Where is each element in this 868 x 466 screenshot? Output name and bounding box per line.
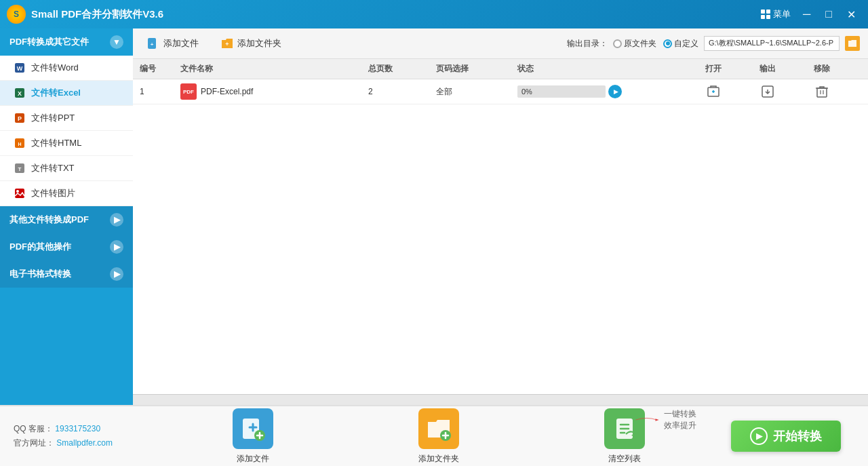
footer-add-folder-icon	[418, 408, 459, 449]
minimize-button[interactable]: ─	[797, 7, 816, 22]
expand-icon-pdf-ops: ▶	[110, 240, 123, 254]
footer-add-folder-label: 添加文件夹	[418, 453, 459, 465]
svg-text:W: W	[17, 65, 23, 72]
footer: QQ 客服： 1933175230 官方网址： Smallpdfer.com 添…	[0, 405, 868, 466]
expand-icon-pdf-to-other: ▼	[110, 35, 123, 49]
content-area: + 添加文件 + 添加文件夹 输出目录：	[133, 28, 868, 405]
col-header-output: 输出	[760, 63, 814, 75]
row-page-select: 全部	[436, 86, 517, 98]
sidebar-section-ebook: 电子书格式转换 ▶	[0, 260, 133, 288]
excel-icon: X	[14, 87, 26, 99]
progress-play-button[interactable]	[608, 85, 622, 98]
expand-icon-ebook: ▶	[110, 267, 123, 281]
open-file-button[interactable]	[705, 83, 722, 100]
sidebar-item-label-ppt: 文件转PPT	[31, 112, 75, 124]
arrow-hint: 一键转换 效率提升	[633, 408, 698, 431]
radio-custom[interactable]: 自定义	[663, 38, 698, 50]
word-icon: W	[14, 62, 26, 74]
col-header-remove: 移除	[814, 63, 861, 75]
col-header-status: 状态	[517, 63, 705, 75]
img-icon	[14, 187, 26, 199]
convert-hint: 一键转换 效率提升	[664, 408, 698, 431]
sidebar-section-header-other-to-pdf[interactable]: 其他文件转换成PDF ▶	[0, 206, 133, 233]
logo-text: S	[14, 9, 19, 19]
sidebar-item-label-word: 文件转Word	[31, 62, 79, 74]
sidebar-section-label-other-to-pdf: 其他文件转换成PDF	[9, 214, 89, 226]
svg-rect-17	[817, 88, 827, 97]
sidebar-section-label-pdf-to-other: PDF转换成其它文件	[9, 36, 89, 48]
sidebar-item-word[interactable]: W 文件转Word	[0, 56, 133, 81]
site-service: 官方网址： Smallpdfer.com	[14, 438, 146, 449]
row-filename: PDF-Excel.pdf	[201, 87, 253, 96]
add-folder-button[interactable]: + 添加文件夹	[215, 34, 287, 53]
sidebar-section-pdf-ops: PDF的其他操作 ▶	[0, 233, 133, 260]
svg-text:P: P	[18, 115, 22, 122]
svg-text:X: X	[18, 90, 22, 97]
menu-label: 菜单	[773, 8, 791, 20]
output-radio-group: 原文件夹 自定义	[613, 38, 698, 50]
remove-file-button[interactable]	[814, 83, 830, 100]
add-folder-label: 添加文件夹	[237, 37, 281, 50]
app-title: Small PDF合并分割软件V3.6	[31, 8, 754, 21]
sidebar-section-header-ebook[interactable]: 电子书格式转换 ▶	[0, 260, 133, 288]
col-header-filename: 文件名称	[180, 63, 368, 75]
svg-marker-22	[655, 419, 658, 421]
col-header-open: 打开	[705, 63, 760, 75]
bottom-scroll[interactable]	[133, 394, 868, 405]
footer-right: 一键转换 效率提升 ▶ 开始转换	[731, 421, 854, 452]
sidebar-item-txt[interactable]: T 文件转TXT	[0, 156, 133, 181]
footer-add-file-label: 添加文件	[237, 453, 269, 465]
sidebar-item-html[interactable]: H 文件转HTML	[0, 131, 133, 156]
browse-folder-button[interactable]	[845, 36, 860, 51]
sidebar-item-label-excel: 文件转Excel	[31, 87, 81, 99]
radio-custom-circle	[663, 39, 672, 48]
footer-add-folder-button[interactable]: 添加文件夹	[418, 408, 459, 465]
progress-bar-container: 0%	[517, 85, 606, 98]
svg-text:H: H	[18, 142, 21, 147]
row-open	[705, 83, 760, 100]
start-convert-button[interactable]: ▶ 开始转换	[731, 421, 841, 452]
table-header: 编号 文件名称 总页数 页码选择 状态 打开 输出 移除	[133, 59, 868, 79]
col-header-pages: 总页数	[368, 63, 436, 75]
qq-service: QQ 客服： 1933175230	[14, 423, 146, 435]
add-folder-icon: +	[220, 37, 234, 50]
progress-text: 0%	[521, 88, 532, 96]
output-dir-label: 输出目录：	[567, 38, 608, 50]
output-file-button[interactable]	[760, 83, 776, 100]
grid-icon	[761, 9, 770, 19]
row-pages: 2	[368, 87, 436, 96]
sidebar-section-header-pdf-to-other[interactable]: PDF转换成其它文件 ▼	[0, 28, 133, 56]
svg-text:+: +	[151, 41, 154, 47]
row-status: 0%	[517, 85, 705, 98]
ppt-icon: P	[14, 112, 26, 124]
radio-custom-label: 自定义	[674, 38, 698, 50]
pdf-file-icon: PDF	[180, 83, 197, 100]
output-path-input[interactable]: G:\教程\SMALLP~1.6\SMALLP~2.6-P	[704, 36, 840, 51]
footer-clear-list-label: 清空列表	[608, 453, 641, 465]
app-logo: S	[7, 5, 26, 24]
start-convert-label: 开始转换	[773, 428, 822, 444]
sidebar-item-excel[interactable]: X 文件转Excel	[0, 81, 133, 106]
window-controls: ─ □ ✕	[797, 7, 861, 22]
row-filename-cell: PDF PDF-Excel.pdf	[180, 83, 368, 100]
row-number: 1	[140, 87, 180, 96]
row-remove	[814, 83, 861, 100]
sidebar-item-ppt[interactable]: P 文件转PPT	[0, 106, 133, 131]
add-file-button[interactable]: + 添加文件	[141, 34, 204, 53]
restore-button[interactable]: □	[820, 7, 837, 22]
menu-button[interactable]: 菜单	[754, 5, 797, 23]
svg-text:T: T	[18, 166, 22, 172]
radio-original[interactable]: 原文件夹	[613, 38, 656, 50]
close-button[interactable]: ✕	[842, 7, 861, 22]
sidebar-section-header-pdf-ops[interactable]: PDF的其他操作 ▶	[0, 233, 133, 260]
qq-number[interactable]: 1933175230	[55, 424, 100, 433]
txt-icon: T	[14, 162, 26, 174]
sidebar-item-label-txt: 文件转TXT	[31, 162, 75, 174]
expand-icon-other-to-pdf: ▶	[110, 213, 123, 227]
site-url[interactable]: Smallpdfer.com	[56, 438, 113, 448]
footer-add-file-button[interactable]: 添加文件	[233, 408, 273, 465]
qq-label: QQ 客服：	[14, 424, 53, 433]
col-header-number: 编号	[140, 63, 180, 75]
sidebar-item-img[interactable]: 文件转图片	[0, 181, 133, 206]
col-header-page-select: 页码选择	[436, 63, 517, 75]
